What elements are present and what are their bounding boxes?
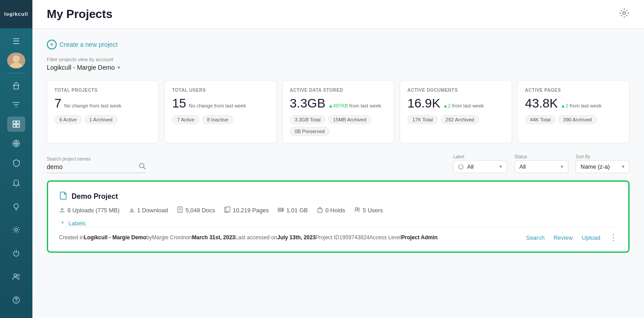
labels-button[interactable]: + Labels — [59, 219, 86, 227]
svg-point-16 — [15, 228, 18, 231]
svg-rect-4 — [13, 121, 16, 124]
search-input[interactable] — [47, 163, 139, 170]
stat-title-0: TOTAL PROJECTS — [54, 88, 151, 93]
power-icon[interactable] — [7, 244, 25, 262]
stat-tag-3-0: 17K Total — [407, 115, 438, 124]
svg-rect-30 — [226, 207, 230, 212]
stats-grid: TOTAL PROJECTS 7 No change from last wee… — [47, 80, 630, 143]
svg-point-17 — [14, 274, 17, 277]
search-action-link[interactable]: Search — [526, 234, 545, 241]
docs-icon — [177, 206, 183, 214]
sort-filter-group: Sort By Name (z-a) ▾ — [576, 154, 630, 173]
footer-by-prefix: by — [146, 234, 152, 241]
stat-tag-2-2: 0B Preserved — [290, 127, 330, 136]
download-icon — [129, 206, 135, 214]
search-input-wrap — [47, 162, 146, 173]
svg-rect-5 — [17, 121, 19, 124]
label-filter-group: Label All ▾ — [453, 154, 507, 173]
stat-change-text-3: from last week — [452, 103, 484, 108]
label-filter-label: Label — [453, 154, 507, 159]
projects-icon[interactable] — [7, 116, 25, 132]
stat-card-active-pages: ACTIVE PAGES 43.8K ▲2 from last week 44K… — [518, 80, 630, 143]
page-title: My Projects — [47, 7, 113, 21]
project-stats-row: 6 Uploads (775 MB) 1 Download 5,048 Docs — [59, 206, 617, 214]
logo[interactable]: logikcull — [0, 0, 32, 28]
more-options-button[interactable]: ⋮ — [609, 233, 617, 242]
svg-point-18 — [18, 274, 19, 276]
up-arrow-icon-2: ▲497KB — [328, 103, 348, 108]
footer-access-level: Project Admin — [401, 234, 437, 241]
avatar[interactable] — [7, 53, 25, 68]
footer-project-id-prefix: Project ID — [315, 234, 339, 241]
labels-plus-icon: + — [59, 219, 66, 227]
stat-tag-2-0: 3.3GB Total — [290, 115, 325, 124]
pages-icon — [224, 206, 230, 214]
status-filter-value: All — [519, 163, 526, 170]
svg-point-1 — [13, 55, 20, 63]
project-stat-uploads: 6 Uploads (775 MB) — [59, 206, 120, 214]
create-project-label: Create a new project — [59, 41, 117, 48]
gear-icon[interactable] — [7, 221, 25, 239]
create-project-button[interactable]: + Create a new project — [47, 40, 117, 49]
stat-tag-0-1: 1 Archived — [85, 115, 117, 124]
upload-action-link[interactable]: Upload — [582, 234, 600, 241]
svg-point-24 — [459, 165, 463, 169]
svg-rect-3 — [14, 85, 18, 89]
sort-filter-select[interactable]: Name (z-a) ▾ — [576, 160, 630, 173]
search-label: Search project names — [47, 157, 146, 161]
storage-icon — [278, 206, 284, 214]
top-bar: My Projects — [32, 0, 644, 29]
stat-value-1: 15 — [172, 96, 186, 111]
network-icon[interactable] — [7, 135, 25, 151]
bell-icon[interactable] — [7, 174, 25, 192]
search-filters-bar: Search project names Label All ▾ — [47, 154, 630, 173]
project-stat-pages: 10,219 Pages — [224, 206, 269, 214]
label-filter-select[interactable]: All ▾ — [453, 160, 507, 173]
shield-icon[interactable] — [7, 155, 25, 170]
stat-tag-3-1: 292 Archived — [441, 115, 479, 124]
sort-filter-label: Sort By — [576, 154, 630, 159]
stat-card-total-projects: TOTAL PROJECTS 7 No change from last wee… — [47, 80, 159, 143]
stat-value-3: 16.9K — [407, 96, 440, 111]
sidebar: logikcull ☰ — [0, 0, 32, 318]
stat-tag-0-0: 6 Active — [54, 115, 82, 124]
footer-author: Margie Cronin — [152, 234, 186, 241]
search-box: Search project names — [47, 157, 146, 173]
stat-tags-4: 44K Total 390 Archived — [525, 115, 622, 124]
help-icon[interactable] — [7, 291, 25, 309]
stat-value-row-0: 7 No change from last week — [54, 96, 151, 111]
stat-tags-3: 17K Total 292 Archived — [407, 115, 504, 124]
bulb-icon[interactable] — [7, 197, 25, 215]
stat-change-text-4: from last week — [570, 103, 602, 108]
settings-button[interactable] — [619, 8, 630, 21]
review-action-link[interactable]: Review — [554, 234, 573, 241]
account-value: Logikcull - Margie Demo — [47, 64, 115, 71]
footer-access-prefix: Access Level — [369, 234, 401, 241]
footer-created-date: March 31st, 2023 — [192, 234, 235, 241]
search-icon-button[interactable] — [139, 162, 146, 171]
stat-card-total-users: TOTAL USERS 15 No change from last week … — [164, 80, 276, 143]
home-icon[interactable] — [7, 78, 25, 94]
sidebar-bottom — [7, 172, 25, 318]
svg-rect-7 — [17, 125, 19, 127]
menu-icon[interactable]: ☰ — [7, 34, 25, 49]
main-content: My Projects + Create a new project Filte… — [32, 0, 644, 318]
stat-value-2: 3.3GB — [290, 96, 325, 111]
team-icon[interactable] — [7, 268, 25, 286]
footer-accessed-prefix: Last accessed on — [235, 234, 277, 241]
sidebar-divider-1 — [7, 73, 25, 73]
account-select[interactable]: Logikcull - Margie Demo ▾ — [47, 64, 630, 71]
filter-icon[interactable] — [7, 97, 25, 113]
stat-change-0: No change from last week — [64, 103, 122, 108]
stat-title-1: TOTAL USERS — [172, 88, 269, 93]
stat-value-row-2: 3.3GB ▲497KB from last week — [290, 96, 387, 111]
svg-point-34 — [282, 211, 283, 211]
stat-title-3: ACTIVE DOCUMENTS — [407, 88, 504, 93]
stat-tag-1-0: 7 Active — [172, 115, 199, 124]
project-users-label: 5 Users — [363, 207, 383, 214]
status-filter-select[interactable]: All ▾ — [514, 160, 568, 173]
stat-change-text-2: from last week — [349, 103, 381, 108]
project-card-header: Demo Project — [59, 191, 617, 202]
project-stat-docs: 5,048 Docs — [177, 206, 215, 214]
stat-tag-4-0: 44K Total — [525, 115, 556, 124]
